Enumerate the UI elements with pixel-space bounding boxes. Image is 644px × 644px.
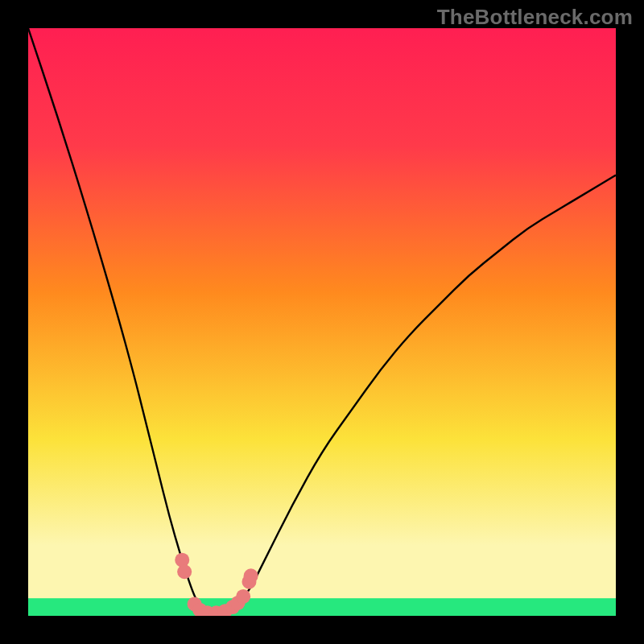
chart-svg bbox=[28, 28, 616, 616]
plot-area bbox=[28, 28, 616, 616]
outer-black-frame: TheBottleneck.com bbox=[0, 0, 644, 644]
watermark-text: TheBottleneck.com bbox=[437, 5, 633, 30]
dot-1 bbox=[177, 564, 192, 579]
dot-9 bbox=[236, 589, 250, 604]
band-pale-yellow bbox=[28, 545, 616, 598]
gradient-background bbox=[28, 28, 616, 616]
dot-11 bbox=[244, 568, 258, 583]
band-green bbox=[28, 598, 616, 616]
bottom-bands bbox=[28, 545, 616, 616]
